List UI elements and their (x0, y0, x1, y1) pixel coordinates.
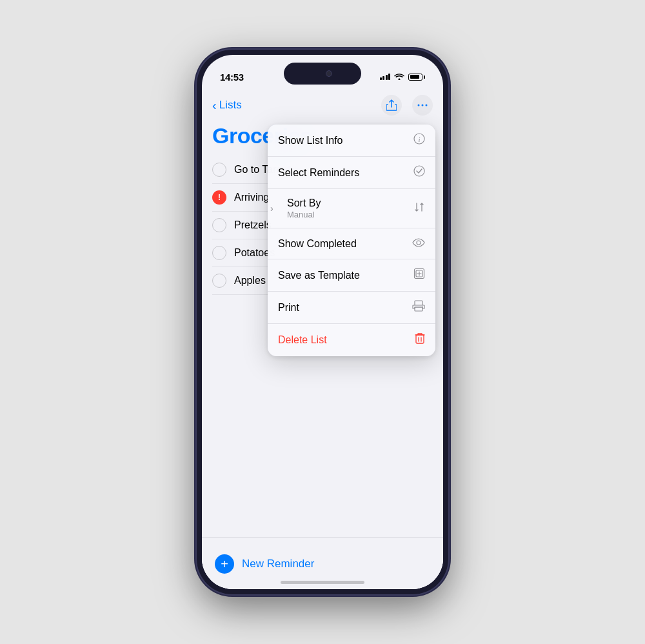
svg-text:i: i (418, 136, 420, 143)
menu-item-show-completed[interactable]: Show Completed (268, 228, 435, 259)
menu-item-label: Sort By (287, 197, 321, 209)
menu-item-select-reminders[interactable]: Select Reminders (268, 157, 435, 189)
eye-icon (412, 237, 425, 250)
screen: 14:53 (202, 55, 443, 589)
menu-item-show-list-info[interactable]: Show List Info i (268, 125, 435, 157)
menu-item-left: Delete List (278, 334, 327, 346)
menu-item-left: Sort By Manual (287, 197, 321, 219)
status-icons (380, 72, 426, 82)
menu-item-label: Show List Info (278, 135, 343, 146)
menu-item-save-as-template[interactable]: Save as Template (268, 259, 435, 292)
status-time: 14:53 (220, 72, 244, 83)
menu-item-label: Show Completed (278, 238, 357, 250)
print-icon (412, 300, 425, 315)
menu-item-print[interactable]: Print (268, 292, 435, 324)
menu-item-sort-by[interactable]: › Sort By Manual (268, 189, 435, 228)
app-content: ‹ Lists (202, 90, 443, 589)
menu-item-left: Show Completed (278, 238, 357, 250)
menu-item-label: Print (278, 302, 299, 314)
menu-item-delete-list[interactable]: Delete List (268, 324, 435, 356)
sort-chevron-icon: › (270, 203, 273, 214)
svg-rect-12 (416, 335, 424, 343)
svg-point-6 (417, 241, 421, 245)
menu-item-left: Print (278, 302, 299, 314)
camera-dot (326, 70, 332, 77)
dropdown-overlay: Show List Info i Select Reminders (202, 90, 443, 589)
phone-frame: 14:53 (197, 50, 448, 594)
dynamic-island (284, 63, 361, 85)
svg-rect-10 (415, 307, 422, 311)
dropdown-menu: Show List Info i Select Reminders (268, 125, 435, 356)
svg-point-11 (422, 306, 422, 307)
trash-icon (415, 332, 425, 348)
svg-point-5 (414, 166, 424, 176)
menu-item-label: Select Reminders (278, 167, 359, 179)
template-icon (413, 268, 425, 283)
info-icon: i (413, 133, 425, 148)
menu-item-label: Save as Template (278, 270, 360, 281)
wifi-icon (394, 72, 404, 82)
menu-item-left: Show List Info (278, 135, 343, 146)
sort-icon (413, 201, 425, 216)
menu-item-left: Save as Template (278, 270, 360, 281)
svg-rect-9 (415, 301, 422, 305)
menu-item-label: Delete List (278, 334, 327, 346)
battery-icon (408, 74, 425, 81)
signal-icon (380, 74, 391, 80)
checkmark-icon (413, 165, 425, 180)
menu-item-left: Select Reminders (278, 167, 359, 179)
menu-item-sublabel: Manual (287, 210, 321, 219)
